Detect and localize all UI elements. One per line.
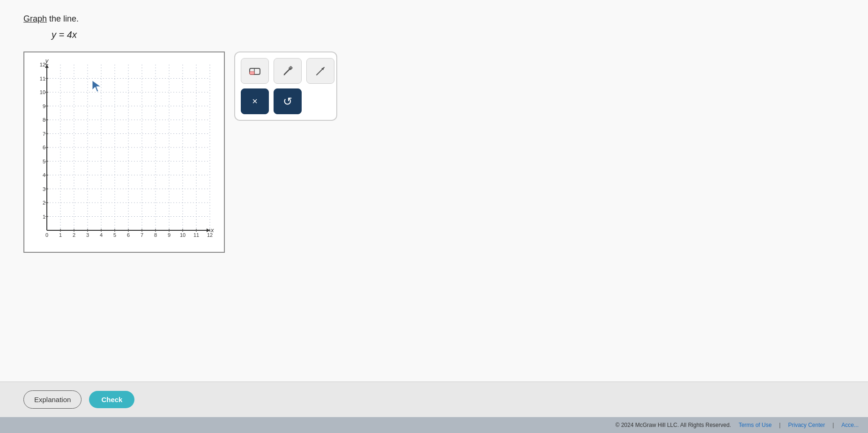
bottom-bar: Explanation Check [0, 382, 868, 417]
pencil-button[interactable] [274, 58, 302, 84]
equation-display: y = 4x [52, 29, 845, 40]
pencil-icon [281, 65, 294, 78]
check-button[interactable]: Check [89, 391, 134, 408]
undo-icon: ↺ [283, 95, 292, 108]
line-icon [314, 65, 327, 78]
separator-1: | [779, 422, 780, 428]
explanation-button[interactable]: Explanation [23, 390, 82, 409]
main-content: Graph the line. y = 4x [0, 0, 868, 382]
copyright-text: © 2024 McGraw Hill LLC. All Rights Reser… [616, 422, 731, 428]
equation-text: y = 4x [52, 29, 77, 40]
eraser-button[interactable] [241, 58, 269, 84]
graph-container[interactable] [23, 51, 225, 253]
undo-button[interactable]: ↺ [274, 88, 302, 114]
clear-icon: × [252, 96, 258, 107]
accessibility-link[interactable]: Acce... [841, 422, 859, 428]
clear-button[interactable]: × [241, 88, 269, 114]
graph-text: Graph [23, 14, 47, 23]
graph-canvas[interactable] [29, 57, 216, 244]
eraser-icon [248, 65, 262, 78]
terms-link[interactable]: Terms of Use [739, 422, 772, 428]
separator-2: | [832, 422, 834, 428]
toolbar: × ↺ [234, 51, 337, 121]
graph-area: × ↺ [23, 51, 845, 253]
instruction-rest: the line. [47, 14, 79, 23]
svg-rect-2 [250, 72, 254, 74]
line-tool-button[interactable] [306, 58, 334, 84]
footer: © 2024 McGraw Hill LLC. All Rights Reser… [0, 417, 868, 433]
privacy-link[interactable]: Privacy Center [788, 422, 825, 428]
instruction: Graph the line. [23, 14, 845, 24]
